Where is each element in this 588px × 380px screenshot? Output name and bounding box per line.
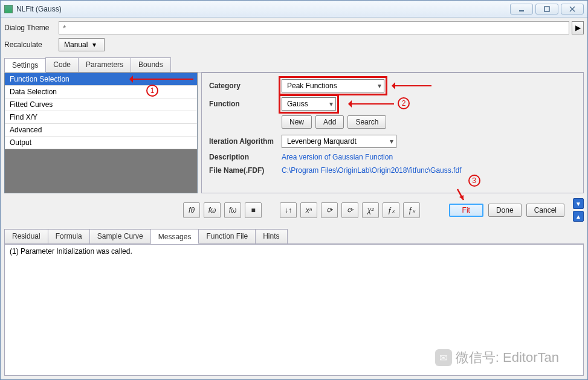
titlebar: NLFit (Gauss) bbox=[1, 1, 587, 18]
nlfit-window: NLFit (Gauss) Dialog Theme ▶ Recalculate… bbox=[0, 0, 588, 380]
settings-list-inner: Function Selection Data Selection 1 Fitt… bbox=[5, 73, 197, 149]
tool-8[interactable]: ⟳ bbox=[341, 202, 358, 218]
maximize-icon bbox=[544, 6, 550, 12]
main-panel-row: Function Selection Data Selection 1 Fitt… bbox=[4, 72, 584, 193]
maximize-button[interactable] bbox=[535, 4, 558, 14]
close-button[interactable] bbox=[561, 4, 584, 14]
dialog-buttons: Fit 3 Done Cancel bbox=[449, 204, 564, 217]
tool-7[interactable]: ⟳ bbox=[321, 202, 338, 218]
window-title: NLFit (Gauss) bbox=[16, 5, 508, 13]
tool-fx2[interactable]: ƒₓ bbox=[403, 202, 420, 218]
list-item-fitted-curves[interactable]: Fitted Curves bbox=[5, 98, 197, 111]
list-item-output[interactable]: Output bbox=[5, 137, 197, 149]
list-item-function-selection[interactable]: Function Selection bbox=[5, 73, 197, 86]
function-buttons: New Add Search bbox=[282, 115, 576, 129]
tool-chi2[interactable]: χ² bbox=[362, 202, 379, 218]
minimize-icon bbox=[519, 6, 525, 12]
description-value: Area version of Gaussian Function bbox=[282, 153, 393, 161]
list-item-advanced[interactable]: Advanced bbox=[5, 124, 197, 137]
tool-1[interactable]: fθ bbox=[183, 202, 200, 218]
app-icon bbox=[4, 5, 13, 13]
recalculate-row: Recalculate Manual ▾ bbox=[4, 38, 584, 51]
tool-5[interactable]: ↓↑ bbox=[280, 202, 297, 218]
iter-alg-value: Levenberg Marquardt bbox=[287, 137, 357, 146]
expand-up-button[interactable]: ▲ bbox=[573, 211, 584, 222]
category-value: Peak Functions bbox=[287, 82, 337, 90]
annotation-num-2: 2 bbox=[398, 97, 410, 109]
function-value: Gauss bbox=[287, 100, 308, 108]
dialog-theme-input[interactable] bbox=[59, 21, 569, 34]
message-line: (1) Parameter Initialization was called. bbox=[10, 247, 578, 256]
caret-down-icon: ▾ bbox=[92, 40, 96, 49]
dialog-theme-menu-button[interactable]: ▶ bbox=[572, 21, 584, 34]
function-label: Function bbox=[209, 100, 282, 108]
collapse-down-button[interactable]: ▼ bbox=[573, 198, 584, 209]
search-button[interactable]: Search bbox=[347, 115, 386, 129]
client-area: Dialog Theme ▶ Recalculate Manual ▾ Sett… bbox=[1, 18, 587, 379]
annotation-arrow-3 bbox=[455, 188, 467, 204]
watermark: ✉ 微信号: EditorTan bbox=[435, 349, 559, 367]
tab-hints[interactable]: Hints bbox=[255, 229, 287, 243]
annotation-num-3: 3 bbox=[468, 175, 480, 187]
dialog-theme-label: Dialog Theme bbox=[4, 24, 59, 32]
wechat-icon: ✉ bbox=[435, 349, 452, 366]
filename-label: File Name(.FDF) bbox=[209, 166, 282, 175]
cancel-button[interactable]: Cancel bbox=[526, 204, 564, 217]
annotation-arrow-2b bbox=[352, 103, 394, 105]
add-button[interactable]: Add bbox=[315, 115, 344, 129]
minimize-button[interactable] bbox=[510, 4, 533, 14]
category-select[interactable]: Peak Functions ▾ bbox=[282, 79, 384, 92]
list-item-data-selection[interactable]: Data Selection 1 bbox=[5, 86, 197, 98]
done-button[interactable]: Done bbox=[488, 204, 522, 217]
recalculate-select[interactable]: Manual ▾ bbox=[59, 38, 105, 51]
list-item-find-xy[interactable]: Find X/Y bbox=[5, 111, 197, 124]
tab-settings[interactable]: Settings bbox=[4, 58, 46, 72]
recalculate-label: Recalculate bbox=[4, 40, 59, 49]
close-icon bbox=[569, 6, 575, 12]
tab-code[interactable]: Code bbox=[45, 57, 79, 72]
expand-collapse-buttons: ▼ ▲ bbox=[573, 198, 584, 222]
caret-down-icon: ▾ bbox=[372, 82, 381, 90]
iter-alg-label: Iteration Algorithm bbox=[209, 137, 282, 146]
tab-messages[interactable]: Messages bbox=[150, 230, 199, 244]
messages-pane: (1) Parameter Initialization was called.… bbox=[4, 244, 584, 376]
tab-parameters[interactable]: Parameters bbox=[78, 57, 131, 72]
caret-down-icon: ▾ bbox=[384, 137, 393, 146]
tab-bounds[interactable]: Bounds bbox=[131, 57, 171, 72]
tab-sample-curve[interactable]: Sample Curve bbox=[89, 229, 151, 243]
annotation-arrow-1 bbox=[133, 79, 193, 80]
tool-fx1[interactable]: ƒₓ bbox=[383, 202, 399, 218]
svg-rect-1 bbox=[544, 7, 549, 11]
menu-arrow-icon: ▶ bbox=[575, 24, 581, 32]
tool-3[interactable]: fω bbox=[224, 202, 241, 218]
tab-function-file[interactable]: Function File bbox=[198, 229, 256, 243]
tab-formula[interactable]: Formula bbox=[48, 229, 90, 243]
description-label: Description bbox=[209, 153, 282, 161]
category-label: Category bbox=[209, 82, 282, 90]
dialog-theme-row: Dialog Theme ▶ bbox=[4, 21, 584, 34]
caret-down-icon: ▾ bbox=[323, 100, 333, 108]
top-tabstrip: Settings Code Parameters Bounds bbox=[4, 57, 584, 72]
fit-button[interactable]: Fit 3 bbox=[449, 204, 483, 217]
filename-value[interactable]: C:\Program Files\OriginLab\Origin2018\fi… bbox=[282, 166, 461, 175]
watermark-text: 微信号: EditorTan bbox=[456, 349, 559, 367]
chevron-up-icon: ▲ bbox=[575, 213, 581, 220]
recalculate-value: Manual bbox=[64, 40, 88, 49]
tool-save[interactable]: ■ bbox=[245, 202, 262, 218]
chevron-down-icon: ▼ bbox=[575, 201, 581, 207]
annotation-arrow-2a bbox=[395, 85, 431, 86]
tool-2[interactable]: fω bbox=[204, 202, 221, 218]
tool-6[interactable]: xⁿ bbox=[300, 202, 317, 218]
annotation-num-1: 1 bbox=[146, 85, 158, 97]
fit-toolbar: fθ fω fω ■ ↓↑ xⁿ ⟳ ⟳ χ² ƒₓ ƒₓ Fit 3 bbox=[4, 198, 584, 222]
settings-list: Function Selection Data Selection 1 Fitt… bbox=[4, 72, 198, 193]
function-select[interactable]: Gauss ▾ bbox=[282, 97, 336, 111]
iter-alg-select[interactable]: Levenberg Marquardt ▾ bbox=[282, 135, 396, 148]
tab-residual[interactable]: Residual bbox=[4, 229, 48, 243]
function-selection-panel: Category Peak Functions ▾ Function Gauss… bbox=[201, 72, 584, 193]
new-button[interactable]: New bbox=[282, 115, 312, 129]
bottom-tabstrip: Residual Formula Sample Curve Messages F… bbox=[4, 229, 584, 244]
